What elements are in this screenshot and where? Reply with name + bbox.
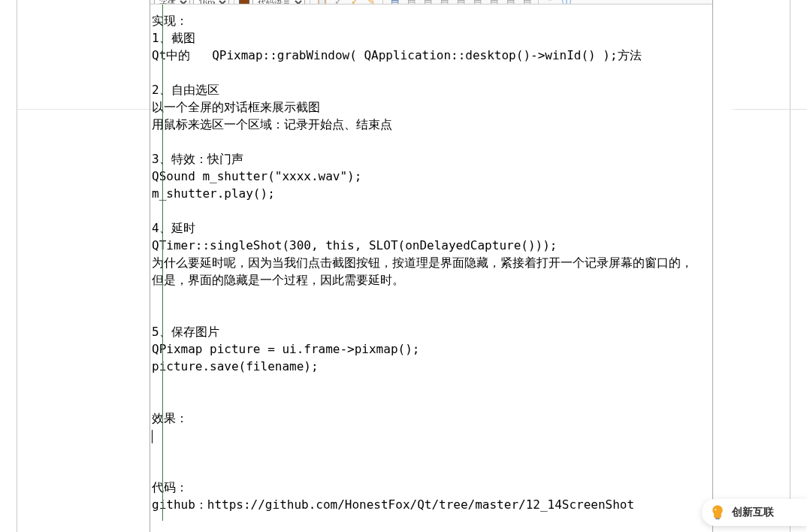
page-wrapper: 字体 16px 代码语言 📋 ✓ ✓ ✎ ▤ ▤ ▤ ▤ ▤ ▤ ▤ ▤ ▤ [17,0,790,532]
logo-text: 创新互联 [732,506,774,519]
text-cursor [152,430,153,443]
margin-line [162,5,163,521]
editor-container: 字体 16px 代码语言 📋 ✓ ✓ ✎ ▤ ▤ ▤ ▤ ▤ ▤ ▤ ▤ ▤ [150,0,713,532]
logo-badge[interactable]: 创新互联 [702,499,807,526]
editor-content[interactable]: 实现： 1、截图 Qt中的 QPixmap::grabWindow( QAppl… [150,5,712,521]
svg-point-0 [715,509,716,510]
divider-left [17,109,166,110]
divider-right [729,109,807,110]
logo-icon [709,504,726,521]
content-text: 实现： 1、截图 Qt中的 QPixmap::grabWindow( QAppl… [152,12,710,513]
